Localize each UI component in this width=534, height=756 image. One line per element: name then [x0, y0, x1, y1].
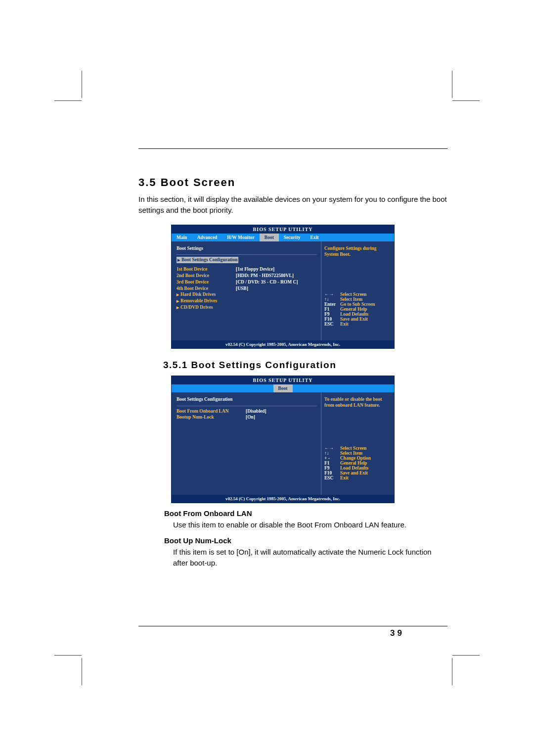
bios-key-legend: ←→Select Screen ↑↓Select Item EnterGo to…: [324, 292, 391, 327]
cddvd-drives-link: CD/DVD Drives: [177, 304, 317, 311]
tab-main: Main: [172, 234, 192, 241]
boot-device-1: 1st Boot Device[1st Floppy Device]: [177, 266, 317, 273]
tab-advanced: Advanced: [192, 234, 222, 241]
bios-title: BIOS SETUP UTILITY: [172, 225, 394, 234]
crop-mark: [54, 655, 82, 656]
crop-mark: [452, 658, 452, 685]
section-heading: 3.5 Boot Screen: [138, 176, 447, 189]
boot-settings-config-heading: Boot Settings Configuration: [177, 396, 317, 403]
crop-mark: [452, 71, 452, 98]
boot-settings-heading: Boot Settings: [177, 245, 317, 252]
subsection-heading: 3.5.1 Boot Settings Configuration: [163, 360, 447, 371]
item-heading-numlock: Boot Up Num-Lock: [164, 536, 447, 545]
page-number: 39: [390, 628, 404, 638]
bios-tabs: Boot: [172, 384, 394, 392]
crop-mark: [82, 658, 82, 685]
removable-drives-link: Removable Drives: [177, 298, 317, 304]
boot-device-4: 4th Boot Device[USB]: [177, 285, 317, 292]
tab-boot: Boot: [273, 384, 293, 392]
page-content: 3.5 Boot Screen In this section, it will…: [138, 148, 447, 572]
item-heading-lan: Boot From Onboard LAN: [164, 509, 447, 518]
boot-from-lan-row: Boot From Onboard LAN[Disabled]: [177, 408, 317, 415]
bios-footer: v02.54 (C) Copyright 1985-2005, American…: [172, 340, 394, 348]
hard-disk-drives-link: Hard Disk Drives: [177, 291, 317, 298]
bios-tabs: Main Advanced H/W Monitor Boot Security …: [172, 234, 394, 241]
top-rule: [138, 148, 447, 149]
tab-boot: Boot: [260, 234, 279, 241]
tab-hw-monitor: H/W Monitor: [222, 234, 260, 241]
item-body-lan: Use this item to enable or disable the B…: [173, 520, 435, 530]
bios-screenshot-1: BIOS SETUP UTILITY Main Advanced H/W Mon…: [171, 225, 395, 349]
bios-help-text: To enable or disable the boot from onboa…: [324, 396, 391, 409]
bios-title: BIOS SETUP UTILITY: [172, 376, 394, 384]
bios-footer: v02.54 (C) Copyright 1985-2005, American…: [172, 495, 394, 503]
crop-mark: [452, 100, 480, 101]
bottom-rule: [138, 626, 447, 626]
tab-security: Security: [279, 234, 306, 241]
bios-help-text: Configure Settings during System Boot.: [324, 245, 391, 258]
bios-screenshot-2: BIOS SETUP UTILITY Boot Boot Settings Co…: [171, 376, 395, 503]
item-body-numlock: If this item is set to [On], it will aut…: [173, 547, 435, 568]
bootup-numlock-row: Bootup Num-Lock[On]: [177, 414, 317, 421]
crop-mark: [452, 655, 480, 656]
boot-device-2: 2nd Boot Device[HDD: PM - HDS722580VL]: [177, 273, 317, 279]
crop-mark: [82, 71, 82, 98]
boot-settings-config-row: Boot Settings Configuration: [177, 257, 317, 263]
tab-exit: Exit: [306, 234, 324, 241]
bios-key-legend: ←→Select Screen ↑↓Select Item + -Change …: [324, 446, 391, 480]
crop-mark: [54, 100, 82, 101]
section-body: In this section, it will display the ava…: [138, 194, 447, 216]
boot-device-3: 3rd Boot Device[CD / DVD: 3S - CD - ROM …: [177, 279, 317, 285]
